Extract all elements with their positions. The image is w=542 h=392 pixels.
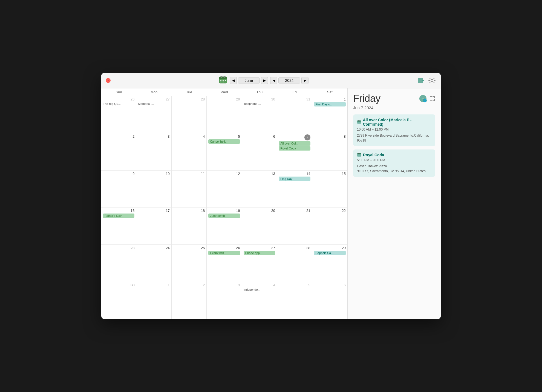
calendar-cell[interactable]: 16Father's Day (101, 207, 136, 245)
event-chip[interactable]: Telephone ... (244, 102, 275, 105)
calendar-cell[interactable]: 12 (207, 171, 242, 208)
month-next-btn[interactable]: ▶ (261, 77, 268, 84)
calendar-cell[interactable]: 5 (277, 282, 312, 319)
calendar-cell[interactable]: 30Telephone ... (242, 96, 277, 133)
svg-rect-19 (358, 120, 359, 121)
add-event-button[interactable]: + 🌐 (419, 94, 427, 103)
svg-rect-6 (223, 80, 224, 81)
calendar-cell[interactable]: 14Flag Day (277, 171, 312, 208)
calendar-cell[interactable]: 31 (277, 96, 312, 133)
event-chip[interactable]: Independe... (244, 288, 275, 291)
calendar-cell[interactable]: 9 (101, 171, 136, 208)
calendar-cell[interactable]: 4Independe... (242, 282, 277, 319)
svg-rect-4 (224, 76, 225, 78)
calendar-cell[interactable]: 25 (172, 245, 207, 282)
calendar-cell[interactable]: 30 (101, 282, 136, 319)
day-header-sun: Sun (101, 88, 136, 96)
detail-event-2-title: Royal Coda (357, 153, 431, 157)
calendar-cell[interactable]: 22 (312, 207, 347, 245)
calendar-cell[interactable]: 24 (136, 245, 171, 282)
calendar-cell[interactable]: 27Phone app... (242, 245, 277, 282)
calendar-cell[interactable]: 3 (136, 133, 171, 171)
calendar-section: Sun Mon Tue Wed Thu Fri Sat 26The Big Qu… (101, 88, 348, 319)
calendar-cell[interactable]: 11 (172, 171, 207, 208)
svg-rect-7 (225, 80, 226, 81)
calendar-cell[interactable]: 6 (242, 133, 277, 171)
detail-date: Jun 7 2024 (353, 105, 435, 110)
calendar-cell[interactable]: 10 (136, 171, 171, 208)
day-headers: Sun Mon Tue Wed Thu Fri Sat (101, 88, 347, 96)
svg-rect-18 (357, 120, 361, 122)
calendar-cell[interactable]: 2 (172, 282, 207, 319)
calendar-cell[interactable]: 21 (277, 207, 312, 245)
detail-event-1-title: All over Color (Maricela P - Confirmed) (357, 118, 431, 126)
app-window: × ◀ June ▶ ◀ 2024 (101, 73, 441, 319)
event-chip[interactable]: Cancel hell... (208, 139, 240, 144)
calendar-cell[interactable]: 8 (312, 133, 347, 171)
month-label: June (238, 77, 260, 83)
calendar-grid: 26The Big Qu...27Memorial ...282930Telep… (101, 96, 347, 319)
calendar-cell[interactable]: 26Exam with ... (207, 245, 242, 282)
year-next-btn[interactable]: ▶ (301, 77, 309, 84)
detail-event-1-address: 2739 Riverside Boulevard,Sacramento,Cali… (357, 133, 431, 143)
export-button[interactable] (417, 76, 425, 85)
calendar-cell[interactable]: 4 (172, 133, 207, 171)
day-header-mon: Mon (136, 88, 171, 96)
detail-header: Friday + 🌐 (353, 93, 435, 104)
calendar-cell[interactable]: 18 (172, 207, 207, 245)
event-chip[interactable]: Flag Day (279, 177, 310, 181)
calendar-cell[interactable]: 7All over Col...Royal Coda (277, 133, 312, 171)
month-nav: ◀ June ▶ (230, 77, 268, 84)
detail-panel: Friday + 🌐 (348, 88, 441, 319)
event-chip[interactable]: Memorial ... (138, 102, 169, 105)
event-chip[interactable]: Father's Day (103, 214, 134, 218)
calendar-cell[interactable]: 17 (136, 207, 171, 245)
detail-event-2[interactable]: Royal Coda 5:00 PM – 9:00 PM Cesar Chave… (353, 149, 435, 177)
detail-event-2-time: 5:00 PM – 9:00 PM (357, 158, 431, 162)
event-chip[interactable]: Exam with ... (208, 251, 240, 255)
event-chip[interactable]: Juneteenth (208, 214, 240, 218)
detail-event-1[interactable]: All over Color (Maricela P - Confirmed) … (353, 114, 435, 146)
calendar-icon (219, 76, 227, 85)
calendar-cell[interactable]: 1 (136, 282, 171, 319)
close-button[interactable]: × (106, 78, 111, 83)
event-chip[interactable]: All over Col... (279, 141, 310, 146)
calendar-cell[interactable]: 1First Day o... (312, 96, 347, 133)
detail-event-2-address: Cesar Chavez Plaza 910 I St, Sacramento,… (357, 164, 431, 174)
calendar-cell[interactable]: 27Memorial ... (136, 96, 171, 133)
day-header-tue: Tue (172, 88, 207, 96)
svg-rect-20 (360, 120, 360, 121)
svg-rect-23 (358, 153, 359, 154)
calendar-cell[interactable]: 29 (207, 96, 242, 133)
month-prev-btn[interactable]: ◀ (230, 77, 237, 84)
calendar-cell[interactable]: 6 (312, 282, 347, 319)
calendar-cell[interactable]: 29Sapphic Sa... (312, 245, 347, 282)
event-chip[interactable]: Royal Coda (279, 146, 310, 151)
detail-header-icons: + 🌐 (419, 94, 435, 103)
svg-rect-5 (220, 80, 221, 81)
calendar-cell[interactable]: 28 (172, 96, 207, 133)
calendar-cell[interactable]: 19Juneteenth (207, 207, 242, 245)
event-chip[interactable]: First Day o... (314, 102, 346, 106)
event-chip[interactable]: Phone app... (244, 251, 275, 255)
year-nav: ◀ 2024 ▶ (270, 77, 309, 84)
settings-button[interactable] (428, 76, 436, 85)
year-label: 2024 (278, 77, 300, 83)
calendar-cell[interactable]: 28 (277, 245, 312, 282)
calendar-cell[interactable]: 3 (207, 282, 242, 319)
svg-text:🌐: 🌐 (423, 99, 427, 102)
event-chip[interactable]: The Big Qu... (103, 102, 134, 105)
calendar-cell[interactable]: 26The Big Qu... (101, 96, 136, 133)
calendar-cell[interactable]: 23 (101, 245, 136, 282)
calendar-cell[interactable]: 20 (242, 207, 277, 245)
calendar-cell[interactable]: 5Cancel hell... (207, 133, 242, 171)
expand-button[interactable] (429, 96, 435, 102)
calendar-cell[interactable]: 13 (242, 171, 277, 208)
calendar-cell[interactable]: 15 (312, 171, 347, 208)
event-chip[interactable]: Sapphic Sa... (314, 251, 346, 255)
year-prev-btn[interactable]: ◀ (270, 77, 277, 84)
svg-rect-2 (219, 78, 227, 79)
calendar-small-icon-2 (357, 153, 361, 157)
calendar-cell[interactable]: 2 (101, 133, 136, 171)
day-header-thu: Thu (242, 88, 277, 96)
